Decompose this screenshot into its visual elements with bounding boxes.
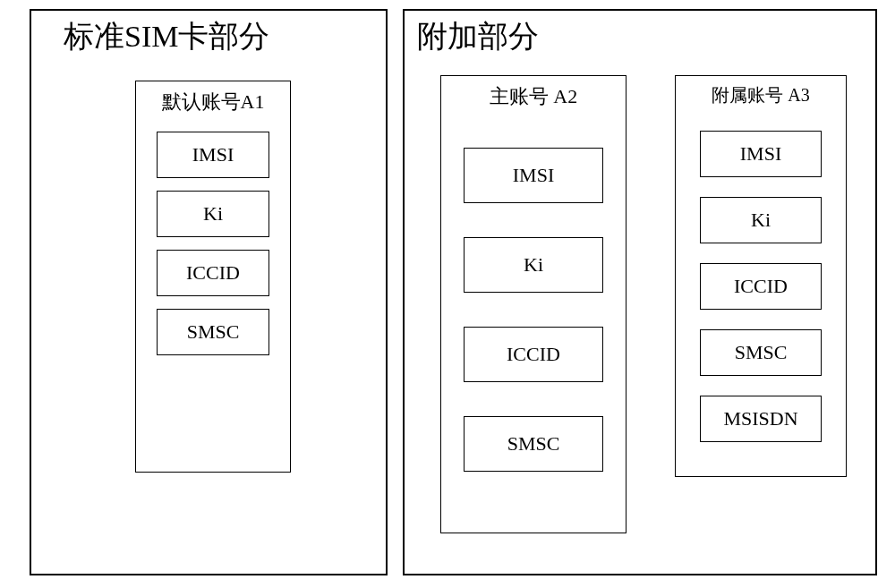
field-ki: Ki: [700, 197, 822, 243]
field-imsi: IMSI: [464, 148, 603, 203]
field-ki: Ki: [157, 191, 269, 237]
addon-panel: 附加部分 主账号 A2 IMSI Ki ICCID SMSC 附属账号 A3 I…: [403, 9, 877, 575]
sub-account-box: 附属账号 A3 IMSI Ki ICCID SMSC MSISDN: [675, 75, 847, 477]
standard-sim-panel: 标准SIM卡部分 默认账号A1 IMSI Ki ICCID SMSC: [30, 9, 388, 575]
addon-panel-title: 附加部分: [417, 16, 539, 57]
field-iccid: ICCID: [157, 250, 269, 296]
sub-account-title: 附属账号 A3: [676, 76, 846, 111]
field-msisdn: MSISDN: [700, 396, 822, 442]
field-smsc: SMSC: [157, 309, 269, 355]
main-account-box: 主账号 A2 IMSI Ki ICCID SMSC: [440, 75, 626, 533]
field-imsi: IMSI: [157, 132, 269, 178]
field-iccid: ICCID: [464, 327, 603, 382]
standard-sim-panel-title: 标准SIM卡部分: [64, 16, 269, 57]
field-iccid: ICCID: [700, 263, 822, 310]
default-account-box: 默认账号A1 IMSI Ki ICCID SMSC: [135, 81, 291, 473]
default-account-title: 默认账号A1: [136, 81, 290, 119]
field-smsc: SMSC: [464, 416, 603, 472]
main-account-title: 主账号 A2: [441, 76, 626, 114]
field-imsi: IMSI: [700, 131, 822, 177]
field-ki: Ki: [464, 237, 603, 293]
field-smsc: SMSC: [700, 329, 822, 376]
